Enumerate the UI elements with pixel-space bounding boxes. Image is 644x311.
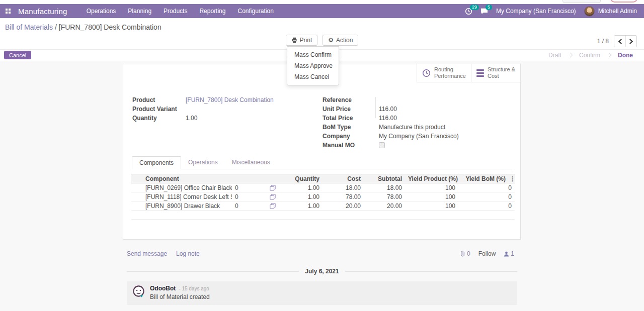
highlighted-button-remnant	[610, 0, 637, 3]
log-note-button[interactable]: Log note	[176, 250, 200, 257]
message-body: Bill of Material created	[150, 293, 210, 300]
nav-menu-operations[interactable]: Operations	[80, 4, 122, 18]
header-cost[interactable]: Cost	[323, 174, 364, 183]
nav-menu-configuration[interactable]: Configuration	[231, 4, 279, 18]
field-label: Company	[323, 133, 379, 140]
menu-item-mass-confirm[interactable]: Mass Confirm	[287, 49, 339, 60]
row-handle	[131, 192, 142, 201]
message-timestamp: - 15 days ago	[179, 286, 209, 291]
date-divider-label: July 6, 2021	[305, 268, 339, 275]
field-manual-mo: Manual MO	[323, 142, 459, 149]
table-row[interactable]: [FURN_1118] Corner Desk Left Sit 0 1.00 …	[131, 192, 515, 201]
cell-yield-bom: 0	[458, 183, 515, 192]
field-quantity: Quantity 1.00	[132, 115, 274, 122]
field-group-right: Reference Unit Price 116.00 Total Price …	[323, 96, 459, 151]
cancel-button[interactable]: Cancel	[4, 51, 31, 59]
action-button[interactable]: ⚙ Action	[323, 35, 358, 46]
product-link[interactable]: [FURN_7800] Desk Combination	[186, 96, 274, 103]
total-price-value: 116.00	[379, 115, 397, 122]
user-icon	[504, 251, 509, 257]
header-component[interactable]: Component	[142, 174, 232, 183]
table-row[interactable]: [FURN_0269] Office Chair Black 0 1.00 18…	[131, 183, 515, 192]
menu-item-mass-approve[interactable]: Mass Approve	[287, 60, 339, 71]
gear-icon: ⚙	[328, 37, 334, 44]
structure-cost-button[interactable]: Structure &Cost	[471, 64, 521, 82]
nav-menu-products[interactable]: Products	[157, 4, 193, 18]
field-separator-line	[375, 97, 376, 118]
table-row[interactable]: [FURN_8900] Drawer Black 0 1.00 20.00 20…	[131, 201, 515, 211]
table-header-row: Component Quantity Cost Subtotal Yield P…	[131, 174, 515, 183]
field-total-price: Total Price 116.00	[323, 115, 459, 122]
cell-apply-variants-count: 0	[232, 192, 263, 201]
nav-menus: Operations Planning Products Reporting C…	[80, 4, 280, 18]
print-button[interactable]: Print	[286, 35, 318, 46]
header-blank-2	[263, 174, 282, 183]
field-product-variant: Product Variant	[132, 106, 274, 113]
routing-performance-button[interactable]: RoutingPerformance	[417, 64, 471, 82]
svg-text:♥: ♥	[140, 293, 142, 298]
chevron-right-icon	[629, 39, 633, 44]
field-label: Product Variant	[132, 106, 186, 113]
state-done[interactable]: Done	[611, 52, 640, 59]
tab-operations[interactable]: Operations	[181, 156, 225, 169]
manual-mo-checkbox[interactable]	[379, 142, 385, 148]
follow-button[interactable]: Follow	[478, 250, 496, 257]
breadcrumb-parent-link[interactable]: Bill of Materials	[5, 23, 53, 31]
cell-cost: 20.00	[323, 201, 364, 211]
nav-menu-planning[interactable]: Planning	[122, 4, 157, 18]
quantity-value: 1.00	[186, 115, 197, 122]
bom-type-value: Manufacture this product	[379, 124, 445, 131]
state-draft[interactable]: Draft	[541, 52, 569, 59]
pager-previous-button[interactable]	[614, 36, 625, 47]
messages-menu[interactable]: 5	[480, 8, 488, 15]
cell-quantity: 1.00	[282, 183, 323, 192]
chatter: Send message Log note 0 Follow 1 July 6,…	[127, 250, 517, 305]
tab-miscellaneous[interactable]: Miscellaneous	[225, 156, 277, 169]
notebook-tabs: Components Operations Miscellaneous	[132, 156, 512, 169]
header-quantity[interactable]: Quantity	[282, 174, 323, 183]
breadcrumb-separator: /	[53, 23, 59, 31]
variants-icon[interactable]	[270, 203, 276, 209]
header-subtotal[interactable]: Subtotal	[364, 174, 405, 183]
variants-icon[interactable]	[270, 194, 276, 200]
header-yield-bom[interactable]: Yield BoM (%)	[458, 174, 509, 183]
cell-component: [FURN_1118] Corner Desk Left Sit	[142, 192, 232, 201]
components-table-wrap: Component Quantity Cost Subtotal Yield P…	[131, 174, 515, 220]
cell-yield-bom: 0	[458, 201, 515, 211]
header-yield-product[interactable]: Yield Product (%)	[405, 174, 458, 183]
pager-next-button[interactable]	[625, 36, 636, 47]
variants-icon[interactable]	[270, 185, 276, 191]
send-message-button[interactable]: Send message	[127, 250, 167, 257]
message-content: OdooBot - 15 days ago Bill of Material c…	[150, 285, 210, 300]
toolbar: Print ⚙ Action	[0, 35, 644, 46]
breadcrumb-current: [FURN_7800] Desk Combination	[59, 23, 162, 31]
activity-menu[interactable]: 29	[465, 8, 472, 15]
app-name[interactable]: Manufacturing	[18, 7, 67, 16]
menu-item-mass-cancel[interactable]: Mass Cancel	[287, 71, 339, 82]
content-area: RoutingPerformance Structure &Cost Produ…	[0, 61, 644, 311]
apps-menu-icon[interactable]	[6, 9, 11, 14]
field-group-left: Product [FURN_7800] Desk Combination Pro…	[132, 96, 274, 124]
nav-menu-reporting[interactable]: Reporting	[193, 4, 231, 18]
state-confirm[interactable]: Confirm	[572, 52, 607, 59]
clock-icon	[422, 69, 431, 77]
optional-columns-toggle-icon[interactable]: ⋮	[509, 174, 515, 183]
field-label: BoM Type	[323, 124, 379, 131]
smart-buttons: RoutingPerformance Structure &Cost	[417, 64, 521, 82]
followers-button[interactable]: 1	[504, 250, 514, 257]
cell-cost: 18.00	[323, 183, 364, 192]
field-product: Product [FURN_7800] Desk Combination	[132, 96, 274, 103]
tab-components[interactable]: Components	[132, 156, 181, 169]
bars-icon	[476, 69, 484, 77]
components-table: Component Quantity Cost Subtotal Yield P…	[131, 174, 515, 220]
paperclip-icon	[460, 251, 465, 257]
status-states: Draft Confirm Done	[541, 50, 640, 60]
user-menu[interactable]: Mitchell Admin	[584, 6, 637, 17]
cell-subtotal: 78.00	[364, 192, 405, 201]
attachments-button[interactable]: 0	[460, 250, 470, 257]
header-handle	[131, 174, 142, 183]
cell-component: [FURN_0269] Office Chair Black	[142, 183, 232, 192]
company-switcher[interactable]: My Company (San Francisco)	[496, 8, 576, 15]
chatter-message: ♥ OdooBot - 15 days ago Bill of Material…	[127, 281, 517, 305]
message-author[interactable]: OdooBot	[150, 285, 176, 292]
